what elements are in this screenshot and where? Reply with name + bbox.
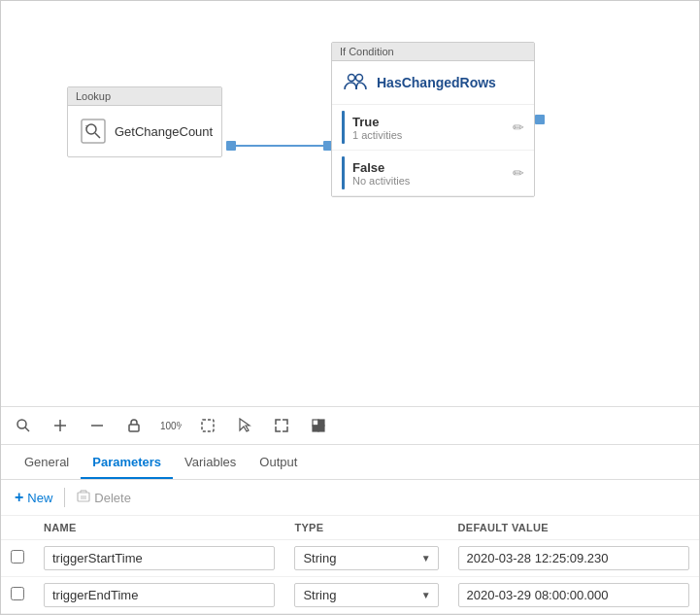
true-branch-edit-icon[interactable]: ✏ <box>513 120 524 135</box>
lookup-node-header: Lookup <box>68 87 221 106</box>
row-1-name-cell <box>34 577 284 614</box>
row-1-name-input[interactable] <box>44 583 275 607</box>
new-plus-icon: + <box>15 489 23 506</box>
col-type-header: TYPE <box>284 516 448 540</box>
svg-rect-12 <box>202 420 214 431</box>
row-0-type-select[interactable]: StringIntFloatBoolArrayObjectSecureStrin… <box>294 546 438 570</box>
table-row: StringIntFloatBoolArrayObjectSecureStrin… <box>1 540 699 577</box>
svg-rect-10 <box>129 425 139 431</box>
connector-line <box>226 145 333 147</box>
zoom-out-icon[interactable] <box>86 415 108 436</box>
svg-rect-15 <box>318 420 324 426</box>
svg-text:100%: 100% <box>160 421 182 431</box>
expand-icon[interactable] <box>271 415 292 436</box>
delete-button[interactable]: Delete <box>77 490 131 506</box>
row-1-default-input[interactable] <box>458 583 689 607</box>
svg-line-2 <box>95 133 100 138</box>
ifcondition-name: HasChangedRows <box>377 75 496 90</box>
true-branch-label: True <box>352 115 505 129</box>
row-0-checkbox-cell <box>1 540 34 577</box>
row-0-checkbox[interactable] <box>11 550 24 564</box>
true-branch-row: True 1 activities ✏ <box>332 105 534 151</box>
row-0-default-cell <box>449 540 699 577</box>
col-checkbox <box>1 516 34 540</box>
tab-parameters[interactable]: Parameters <box>81 447 173 479</box>
action-bar: + New Delete <box>1 480 699 516</box>
false-branch-bar <box>342 156 345 189</box>
table-header-row: NAME TYPE DEFAULT VALUE <box>1 516 699 540</box>
true-branch-info: True 1 activities <box>352 115 505 141</box>
row-0-name-cell <box>34 540 284 577</box>
tabs-row: General Parameters Variables Output <box>1 445 699 480</box>
cursor-icon[interactable] <box>234 415 255 436</box>
lock-icon[interactable] <box>123 415 145 436</box>
true-branch-bar <box>342 111 345 144</box>
col-name-header: NAME <box>34 516 284 540</box>
false-branch-info: False No activities <box>352 160 505 187</box>
svg-rect-17 <box>318 426 324 431</box>
ifcondition-name-row: HasChangedRows <box>332 61 534 105</box>
fit-screen-icon[interactable]: 100% <box>160 415 182 436</box>
parameters-table: NAME TYPE DEFAULT VALUE StringIntFloatBo… <box>1 516 699 614</box>
row-1-checkbox[interactable] <box>11 587 24 600</box>
ifcondition-right-connector <box>535 115 545 124</box>
new-button[interactable]: + New <box>15 489 52 506</box>
svg-rect-16 <box>313 426 318 431</box>
svg-point-4 <box>356 75 363 82</box>
search-icon[interactable] <box>13 415 34 436</box>
canvas-area: Lookup GetChangeCount <box>1 1 699 406</box>
row-1-checkbox-cell <box>1 577 34 614</box>
row-0-name-input[interactable] <box>44 546 275 570</box>
row-1-type-select[interactable]: StringIntFloatBoolArrayObjectSecureStrin… <box>294 583 438 607</box>
new-button-label: New <box>27 491 52 505</box>
svg-line-6 <box>25 427 29 431</box>
lookup-node: Lookup GetChangeCount <box>67 86 222 157</box>
false-branch-row: False No activities ✏ <box>332 151 534 196</box>
lookup-node-body: GetChangeCount <box>68 106 221 156</box>
tab-variables[interactable]: Variables <box>173 447 248 479</box>
zoom-in-icon[interactable] <box>50 415 71 436</box>
svg-marker-13 <box>240 419 250 431</box>
lookup-icon <box>80 116 107 147</box>
toolbar: 100% <box>1 406 699 445</box>
col-default-header: DEFAULT VALUE <box>449 516 699 540</box>
select-rect-icon[interactable] <box>197 415 218 436</box>
row-1-default-cell <box>449 577 699 614</box>
parameters-panel: + New Delete <box>1 480 699 614</box>
true-branch-sub: 1 activities <box>352 129 505 141</box>
svg-rect-0 <box>82 120 105 143</box>
false-branch-edit-icon[interactable]: ✏ <box>513 165 524 181</box>
row-0-default-input[interactable] <box>458 546 689 570</box>
layers-icon[interactable] <box>308 415 329 436</box>
row-1-type-cell: StringIntFloatBoolArrayObjectSecureStrin… <box>284 577 448 614</box>
connector-arrow <box>236 145 323 147</box>
false-branch-label: False <box>352 160 505 175</box>
connector-dot-left <box>226 141 236 151</box>
ifcondition-node-header: If Condition <box>332 43 534 61</box>
false-branch-sub: No activities <box>352 175 505 187</box>
table-row: StringIntFloatBoolArrayObjectSecureStrin… <box>1 577 699 614</box>
tab-general[interactable]: General <box>13 447 81 479</box>
svg-point-5 <box>17 420 26 428</box>
tab-output[interactable]: Output <box>248 447 309 479</box>
ifcondition-icon <box>342 69 369 96</box>
main-container: Lookup GetChangeCount <box>0 0 700 615</box>
delete-button-label: Delete <box>94 491 131 505</box>
svg-rect-14 <box>313 420 318 426</box>
svg-point-3 <box>349 75 355 82</box>
svg-point-1 <box>86 124 96 134</box>
lookup-node-title: GetChangeCount <box>115 124 213 139</box>
delete-icon <box>77 490 90 506</box>
ifcondition-node: If Condition HasChangedRows True <box>331 42 535 197</box>
row-0-type-cell: StringIntFloatBoolArrayObjectSecureStrin… <box>284 540 448 577</box>
action-bar-divider <box>64 488 65 507</box>
